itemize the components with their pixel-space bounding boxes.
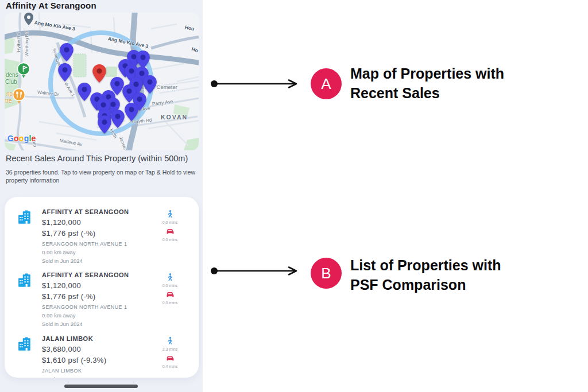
property-map[interactable]: Ang Mo Kio Ave 3 Ang Mo Kio Ave 3 Hou Ho… <box>5 13 199 150</box>
annotation-arrow-b <box>210 266 302 276</box>
annotation-badge-b: B <box>311 258 342 289</box>
list-item[interactable]: AFFINITY AT SERANGOON $1,120,000 $1,776 … <box>5 208 199 270</box>
property-distance: 0.00 km away <box>42 249 160 255</box>
property-psf: $1,610 psf (-9.3%) <box>42 356 160 364</box>
section-heading: Recent Sales Around This Property (withi… <box>6 154 204 163</box>
google-attribution: Google <box>7 134 36 143</box>
property-price: $3,680,000 <box>42 345 160 354</box>
travel-times: 0.0 mins 0.0 mins <box>156 273 184 307</box>
walk-minutes: 0.0 mins <box>156 284 184 288</box>
car-icon <box>166 292 174 298</box>
walk-minutes: 2.3 mins <box>156 347 184 351</box>
building-icon <box>17 210 32 225</box>
annotation-badge-a: A <box>311 68 342 99</box>
property-list-card: AFFINITY AT SERANGOON $1,120,000 $1,776 … <box>5 197 199 378</box>
walk-icon <box>167 210 174 218</box>
property-address: SERANGOON NORTH AVENUE 1 <box>42 304 160 310</box>
map-pin-property[interactable] <box>59 42 74 62</box>
map-pin-property[interactable] <box>110 109 125 129</box>
annotation-label-b: List of Properties with PSF Comparison <box>350 255 501 294</box>
building-icon <box>17 337 32 352</box>
map-pin-property[interactable] <box>97 115 112 134</box>
map-pins-layer <box>5 13 199 150</box>
property-sold-date: Sold in Jun 2024 <box>42 258 160 264</box>
walk-icon <box>167 337 174 344</box>
list-item[interactable]: JALAN LIMBOK $3,680,000 $1,610 psf (-9.3… <box>5 335 199 378</box>
property-price: $1,120,000 <box>42 218 160 227</box>
walk-icon <box>167 273 174 281</box>
map-pin-subject[interactable] <box>92 64 107 83</box>
car-icon <box>166 228 174 235</box>
property-name: JALAN LIMBOK <box>42 335 160 343</box>
annotation-arrow-a <box>210 79 302 89</box>
map-pin-property[interactable] <box>124 102 139 122</box>
phone-screen: Affinity At Serangoon <box>0 0 203 392</box>
property-address: JALAN LIMBOK <box>42 368 160 374</box>
building-icon <box>17 273 32 288</box>
annotation-label-a: Map of Properties with Recent Sales <box>350 64 504 103</box>
drive-minutes: 0.0 mins <box>156 301 184 305</box>
section-subtitle: 36 properties found. Tap to view propert… <box>6 169 199 185</box>
property-name: AFFINITY AT SERANGOON <box>42 208 160 216</box>
page-title: Affinity At Serangoon <box>6 1 96 10</box>
property-distance: 0.00 km away <box>42 376 160 378</box>
walk-minutes: 0.0 mins <box>156 220 184 224</box>
travel-times: 0.0 mins 0.0 mins <box>156 209 184 244</box>
property-sold-date: Sold in Jun 2024 <box>42 321 160 327</box>
property-address: SERANGOON NORTH AVENUE 1 <box>42 241 160 247</box>
map-pin-property[interactable] <box>57 63 72 82</box>
home-indicator[interactable] <box>64 385 138 388</box>
travel-times: 2.3 mins 0.4 mins <box>156 336 184 371</box>
property-name: AFFINITY AT SERANGOON <box>42 271 160 279</box>
property-distance: 0.00 km away <box>42 312 160 319</box>
property-psf: $1,776 psf (-%) <box>42 292 160 301</box>
map-pin-property[interactable] <box>142 75 157 94</box>
property-psf: $1,776 psf (-%) <box>42 229 160 238</box>
drive-minutes: 0.4 mins <box>156 364 184 368</box>
list-item[interactable]: AFFINITY AT SERANGOON $1,120,000 $1,776 … <box>5 271 199 333</box>
drive-minutes: 0.0 mins <box>156 238 184 242</box>
car-icon <box>166 355 174 362</box>
property-price: $1,120,000 <box>42 281 160 290</box>
